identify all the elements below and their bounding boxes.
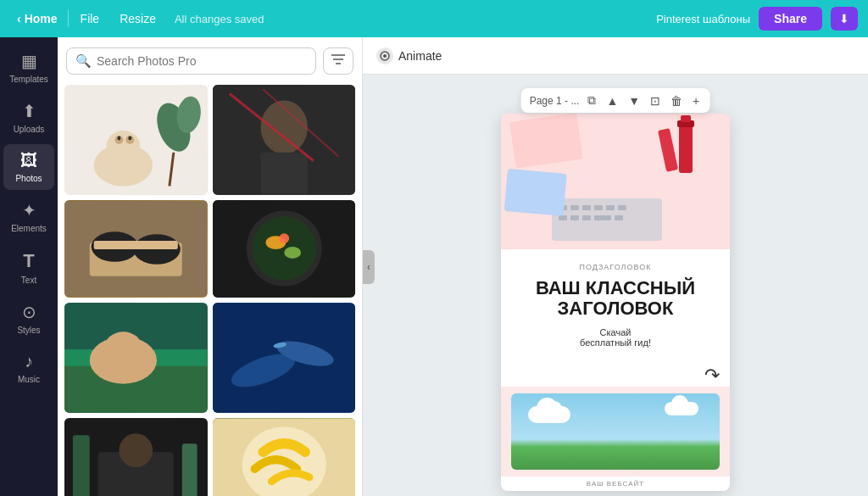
collapse-panel-button[interactable]: ‹ [363, 250, 375, 284]
svg-rect-53 [606, 205, 615, 210]
list-item[interactable] [64, 200, 208, 298]
sidebar-item-text[interactable]: T Text [3, 243, 54, 292]
topbar-left: ‹ Home File Resize All changes saved [10, 8, 264, 29]
arrow-icon: ↷ [704, 365, 720, 386]
delete-page-button[interactable]: 🗑 [669, 92, 684, 109]
search-input[interactable] [97, 54, 307, 68]
templates-icon: ▦ [21, 51, 37, 71]
list-item[interactable] [213, 418, 356, 496]
page-label: Page 1 - ... [530, 95, 580, 107]
svg-rect-22 [94, 241, 178, 249]
search-input-wrap: 🔍 [66, 47, 316, 75]
card-cta: Скачайбесплатный гид! [515, 327, 716, 348]
search-bar: 🔍 [58, 37, 362, 81]
svg-rect-62 [681, 115, 691, 122]
main-layout: ▦ Templates ⬆ Uploads 🖼 Photos ✦ Element… [0, 37, 868, 496]
sidebar-label-templates: Templates [9, 75, 48, 84]
animate-button[interactable]: Animate [376, 47, 442, 64]
photo-thumbnail [213, 85, 356, 195]
chevron-left-icon: ‹ [367, 261, 370, 273]
home-button[interactable]: ‹ Home [10, 8, 64, 29]
svg-rect-64 [509, 114, 583, 168]
card-photo-background [501, 114, 730, 249]
sidebar-item-styles[interactable]: ⊙ Styles [3, 295, 54, 342]
pinterest-card[interactable]: ПОДЗАГОЛОВОК ВАШ КЛАССНЫЙ ЗАГОЛОВОК Скач… [501, 114, 730, 491]
sidebar-item-music[interactable]: ♪ Music [3, 345, 54, 391]
filter-button[interactable] [323, 47, 353, 75]
page-up-button[interactable]: ▲ [604, 92, 620, 109]
music-icon: ♪ [25, 352, 33, 371]
svg-rect-50 [570, 205, 579, 210]
topbar: ‹ Home File Resize All changes saved Pin… [0, 0, 868, 37]
photo-thumbnail [64, 85, 208, 195]
svg-point-25 [252, 216, 315, 280]
elements-icon: ✦ [22, 200, 36, 220]
svg-point-28 [279, 233, 289, 243]
card-text-area: ПОДЗАГОЛОВОК ВАШ КЛАССНЫЙ ЗАГОЛОВОК Скач… [501, 249, 730, 365]
sidebar-item-templates[interactable]: ▦ Templates [3, 44, 54, 91]
home-label: Home [25, 12, 58, 25]
card-website: ВАШ ВЕБСАЙТ [501, 476, 730, 491]
photos-grid [58, 81, 362, 496]
svg-rect-15 [260, 153, 308, 195]
svg-point-33 [105, 332, 142, 362]
svg-rect-41 [73, 435, 90, 496]
canvas-toolbar: Animate [363, 37, 868, 75]
svg-rect-59 [615, 215, 623, 220]
photo-thumbnail [64, 200, 208, 298]
add-page-button[interactable]: + [691, 92, 701, 109]
photo-thumbnail [64, 418, 208, 496]
page-down-button[interactable]: ▼ [626, 92, 642, 109]
svg-rect-55 [559, 215, 567, 220]
sidebar-item-uploads[interactable]: ⬆ Uploads [3, 94, 54, 141]
card-bottom [501, 387, 730, 476]
download-button[interactable]: ⬇ [831, 7, 858, 31]
svg-point-46 [383, 54, 387, 58]
list-item[interactable] [64, 418, 208, 496]
svg-rect-54 [618, 205, 626, 210]
resize-menu[interactable]: Resize [111, 8, 164, 29]
list-item[interactable] [213, 200, 356, 298]
list-item[interactable] [64, 303, 208, 413]
svg-point-40 [119, 433, 153, 467]
svg-rect-58 [594, 215, 611, 220]
svg-rect-42 [182, 443, 198, 496]
svg-rect-65 [504, 169, 567, 216]
photos-icon: 🖼 [20, 151, 37, 170]
sidebar-label-elements: Elements [11, 224, 47, 233]
list-item[interactable] [213, 85, 356, 195]
sidebar-item-elements[interactable]: ✦ Elements [3, 193, 54, 240]
sidebar-label-photos: Photos [15, 174, 42, 183]
photo-thumbnail [213, 200, 356, 298]
svg-point-21 [133, 234, 181, 265]
sidebar-item-photos[interactable]: 🖼 Photos [3, 144, 54, 190]
svg-point-9 [128, 137, 131, 141]
share-button[interactable]: Share [759, 7, 822, 31]
cloud-1 [528, 406, 570, 423]
svg-point-27 [284, 247, 301, 259]
list-item[interactable] [213, 303, 356, 413]
text-icon: T [23, 250, 34, 272]
photos-panel-wrap: 🔍 [58, 37, 363, 496]
duplicate-page-button[interactable]: ⊡ [648, 92, 662, 109]
animate-label: Animate [398, 49, 442, 63]
svg-rect-56 [570, 215, 579, 220]
filter-icon [331, 53, 346, 65]
sidebar-label-text: Text [21, 276, 36, 285]
list-item[interactable] [64, 85, 208, 195]
search-icon: 🔍 [75, 53, 92, 69]
uploads-icon: ⬆ [22, 101, 36, 121]
copy-page-button[interactable]: ⧉ [586, 92, 598, 109]
sidebar-label-uploads: Uploads [14, 125, 45, 134]
animate-icon [376, 47, 393, 64]
chevron-left-icon: ‹ [17, 12, 21, 25]
file-menu[interactable]: File [72, 8, 108, 29]
card-bg-illustration [501, 114, 730, 249]
card-arrow-area: ↷ [501, 365, 730, 387]
svg-rect-60 [679, 122, 693, 173]
photo-thumbnail [213, 303, 356, 413]
svg-rect-51 [582, 205, 591, 210]
svg-point-5 [107, 131, 141, 161]
divider [68, 10, 69, 27]
canvas-content: Page 1 - ... ⧉ ▲ ▼ ⊡ 🗑 + [363, 75, 868, 496]
